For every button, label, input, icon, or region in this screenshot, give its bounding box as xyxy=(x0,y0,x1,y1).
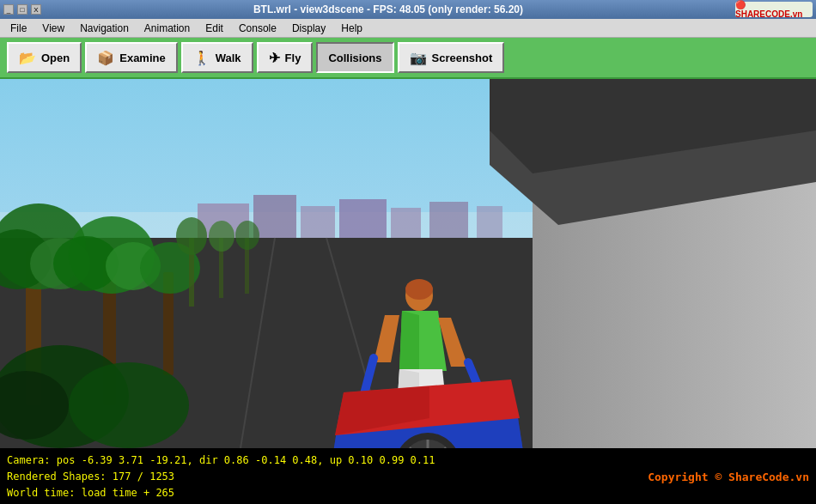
screenshot-label: Screenshot xyxy=(432,52,493,64)
examine-button[interactable]: 📦 Examine xyxy=(85,42,177,73)
fly-icon: ✈ xyxy=(269,50,280,66)
3d-viewport[interactable] xyxy=(0,79,816,448)
screenshot-button[interactable]: 📷 Screenshot xyxy=(398,42,505,73)
minimize-button[interactable]: _ xyxy=(3,4,14,15)
walk-icon: 🚶 xyxy=(193,50,210,66)
fly-button[interactable]: ✈ Fly xyxy=(257,42,314,73)
svg-point-36 xyxy=(235,221,259,250)
menu-console[interactable]: Console xyxy=(232,21,283,36)
svg-point-34 xyxy=(209,221,234,252)
close-button[interactable]: X xyxy=(31,4,41,15)
window-controls[interactable]: _ □ X xyxy=(3,4,41,15)
title-bar: _ □ X BTL.wrl - view3dscene - FPS: 48.05… xyxy=(0,0,816,19)
toolbar: 📂 Open 📦 Examine 🚶 Walk ✈ Fly Collisions… xyxy=(0,38,816,79)
walk-label: Walk xyxy=(216,52,241,64)
examine-icon: 📦 xyxy=(97,50,114,66)
scene-svg xyxy=(0,79,816,448)
menu-display[interactable]: Display xyxy=(285,21,332,36)
examine-label: Examine xyxy=(119,52,165,64)
collisions-button[interactable]: Collisions xyxy=(316,42,393,73)
walk-button[interactable]: 🚶 Walk xyxy=(181,42,253,73)
screenshot-icon: 📷 xyxy=(410,50,427,66)
menu-edit[interactable]: Edit xyxy=(198,21,230,36)
sharecode-logo: 🔴 SHARECODE.vn xyxy=(735,2,813,17)
svg-point-32 xyxy=(176,217,207,255)
menu-view[interactable]: View xyxy=(35,21,71,36)
camera-status: Camera: pos -6.39 3.71 -19.21, dir 0.86 … xyxy=(7,454,809,466)
status-bar: Camera: pos -6.39 3.71 -19.21, dir 0.86 … xyxy=(0,448,816,504)
copyright-text: Copyright © ShareCode.vn xyxy=(648,470,809,483)
collisions-label: Collisions xyxy=(328,52,381,64)
menu-animation[interactable]: Animation xyxy=(137,21,197,36)
svg-marker-40 xyxy=(399,311,419,371)
maximize-button[interactable]: □ xyxy=(17,4,27,15)
open-button[interactable]: 📂 Open xyxy=(7,42,82,73)
open-label: Open xyxy=(41,52,70,64)
menu-file[interactable]: File xyxy=(3,21,33,36)
svg-point-38 xyxy=(405,279,433,300)
fly-label: Fly xyxy=(285,52,301,64)
menu-help[interactable]: Help xyxy=(334,21,369,36)
svg-point-29 xyxy=(69,362,189,448)
menu-bar: File View Navigation Animation Edit Cons… xyxy=(0,19,816,38)
menu-navigation[interactable]: Navigation xyxy=(73,21,136,36)
open-icon: 📂 xyxy=(19,50,36,66)
world-time-status: World time: load time + 265 xyxy=(7,487,809,499)
window-title: BTL.wrl - view3dscene - FPS: 48.05 (only… xyxy=(41,3,735,15)
